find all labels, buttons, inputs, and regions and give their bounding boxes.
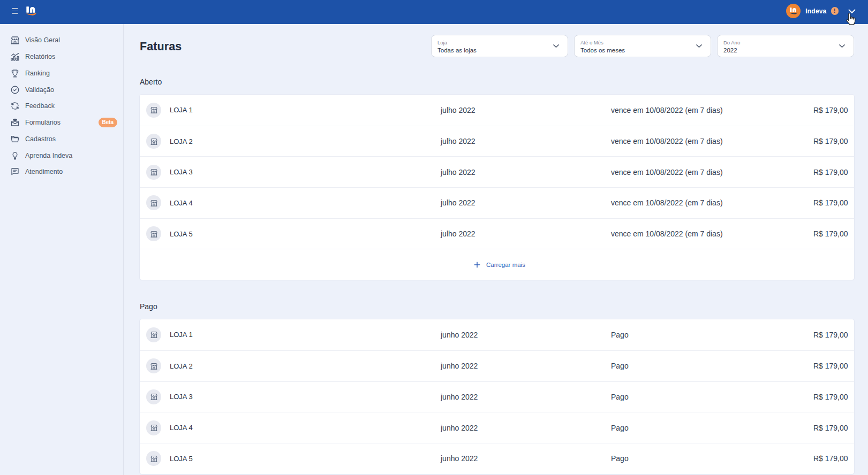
filter-select-2[interactable]: Do Ano2022 — [717, 35, 854, 57]
filter-label: Do Ano — [723, 40, 846, 45]
invoice-row[interactable]: LOJA 5junho 2022PagoR$ 179,00 — [140, 443, 854, 474]
section-title: Aberto — [140, 78, 854, 87]
page-title: Faturas — [140, 40, 182, 53]
store-name: LOJA 3 — [170, 168, 193, 176]
check-circle-icon — [10, 85, 20, 95]
form-mail-icon — [10, 117, 20, 128]
plus-icon — [473, 261, 481, 269]
store-avatar — [146, 226, 161, 241]
hamburger-menu-icon[interactable] — [12, 8, 18, 14]
invoice-row[interactable]: LOJA 5julho 2022vence em 10/08/2022 (em … — [140, 218, 854, 249]
invoice-month: junho 2022 — [441, 454, 478, 463]
sections: AbertoLOJA 1julho 2022vence em 10/08/202… — [140, 78, 854, 474]
invoice-row[interactable]: LOJA 2junho 2022PagoR$ 179,00 — [140, 350, 854, 381]
store-name: LOJA 4 — [170, 424, 193, 432]
invoice-status: Pago — [611, 331, 629, 339]
refresh-icon — [10, 101, 20, 111]
filter-value: 2022 — [723, 47, 846, 54]
sidebar-item-label: Cadastros — [25, 135, 56, 143]
invoice-amount: R$ 179,00 — [813, 168, 848, 177]
store-avatar — [146, 103, 161, 118]
sidebar-item-label: Feedback — [25, 102, 55, 110]
invoice-month: junho 2022 — [441, 393, 478, 401]
invoice-month: julho 2022 — [441, 229, 475, 238]
sidebar-item-label: Aprenda Indeva — [25, 152, 72, 159]
trophy-icon — [10, 68, 20, 79]
invoice-amount: R$ 179,00 — [813, 137, 848, 145]
invoice-status: vence em 10/08/2022 (em 7 dias) — [611, 198, 723, 207]
account-name: Indeva — [805, 7, 826, 15]
bar-chart-icon — [10, 51, 20, 62]
load-more-label: Carregar mais — [486, 262, 525, 268]
store-name: LOJA 5 — [170, 455, 193, 463]
store-name: LOJA 4 — [170, 199, 193, 207]
filter-select-0[interactable]: LojaTodas as lojas — [431, 35, 568, 57]
load-more-button[interactable]: Carregar mais — [140, 249, 854, 280]
store-name: LOJA 5 — [170, 230, 193, 238]
alert-badge[interactable]: ! — [831, 7, 839, 15]
sidebar-item-chat[interactable]: Atendimento — [0, 164, 123, 180]
sidebar: Visão GeralRelatóriosRankingValidaçãoFee… — [0, 24, 124, 475]
store-avatar — [146, 327, 161, 342]
chevron-down-icon — [552, 42, 560, 50]
filter-select-1[interactable]: Até o MêsTodos os meses — [574, 35, 711, 57]
account-menu[interactable]: Indeva ! — [786, 4, 868, 18]
sidebar-item-storefront[interactable]: Visão Geral — [0, 32, 123, 49]
storefront-icon — [10, 35, 20, 45]
invoice-amount: R$ 179,00 — [813, 106, 848, 114]
account-avatar — [786, 4, 801, 18]
avatar-logo-icon — [789, 7, 797, 14]
invoice-month: julho 2022 — [441, 106, 475, 114]
chat-icon — [10, 166, 20, 177]
invoice-amount: R$ 179,00 — [813, 362, 848, 370]
invoice-month: junho 2022 — [441, 362, 478, 370]
invoice-status: vence em 10/08/2022 (em 7 dias) — [611, 229, 723, 238]
sidebar-item-refresh[interactable]: Feedback — [0, 98, 123, 114]
invoice-row[interactable]: LOJA 1julho 2022vence em 10/08/2022 (em … — [140, 95, 854, 126]
invoice-month: julho 2022 — [441, 168, 475, 177]
store-name: LOJA 1 — [170, 106, 193, 114]
filter-value: Todos os meses — [580, 47, 703, 54]
account-chevron-down-icon[interactable] — [847, 6, 857, 16]
store-name: LOJA 2 — [170, 362, 193, 370]
sidebar-item-check-circle[interactable]: Validação — [0, 81, 123, 98]
invoice-month: julho 2022 — [441, 137, 475, 145]
invoice-card-paid: LOJA 1junho 2022PagoR$ 179,00LOJA 2junho… — [140, 319, 854, 473]
filters: LojaTodas as lojasAté o MêsTodos os mese… — [431, 35, 854, 57]
sidebar-item-label: Visão Geral — [25, 36, 60, 44]
store-avatar — [146, 134, 161, 149]
invoice-status: Pago — [611, 424, 629, 432]
indeva-logo[interactable] — [26, 6, 36, 16]
invoice-row[interactable]: LOJA 2julho 2022vence em 10/08/2022 (em … — [140, 126, 854, 157]
chevron-down-icon — [838, 42, 846, 50]
invoice-status: vence em 10/08/2022 (em 7 dias) — [611, 168, 723, 177]
sidebar-item-bar-chart[interactable]: Relatórios — [0, 49, 123, 65]
invoice-row[interactable]: LOJA 3julho 2022vence em 10/08/2022 (em … — [140, 156, 854, 187]
chevron-down-icon — [695, 42, 703, 50]
invoice-row[interactable]: LOJA 4julho 2022vence em 10/08/2022 (em … — [140, 187, 854, 218]
topbar: Indeva ! — [0, 0, 868, 24]
store-avatar — [146, 358, 161, 373]
invoice-row[interactable]: LOJA 3junho 2022PagoR$ 179,00 — [140, 381, 854, 412]
invoice-month: julho 2022 — [441, 198, 475, 207]
filter-label: Até o Mês — [580, 40, 703, 45]
sidebar-item-lightbulb[interactable]: Aprenda Indeva — [0, 147, 123, 164]
invoice-amount: R$ 179,00 — [813, 229, 848, 238]
store-avatar — [146, 420, 161, 435]
invoice-row[interactable]: LOJA 1junho 2022PagoR$ 179,00 — [140, 319, 854, 350]
store-avatar — [146, 389, 161, 404]
invoice-status: Pago — [611, 454, 629, 463]
sidebar-item-folder-open[interactable]: Cadastros — [0, 131, 123, 148]
sidebar-item-form-mail[interactable]: FormuláriosBeta — [0, 114, 123, 131]
invoice-amount: R$ 179,00 — [813, 424, 848, 432]
invoice-status: vence em 10/08/2022 (em 7 dias) — [611, 106, 723, 114]
sidebar-item-label: Atendimento — [25, 168, 63, 175]
store-name: LOJA 2 — [170, 137, 193, 145]
invoice-status: Pago — [611, 393, 629, 401]
sidebar-item-trophy[interactable]: Ranking — [0, 65, 123, 82]
invoice-row[interactable]: LOJA 4junho 2022PagoR$ 179,00 — [140, 412, 854, 443]
sidebar-item-label: Ranking — [25, 70, 50, 77]
invoice-status: Pago — [611, 362, 629, 370]
sidebar-item-label: Relatórios — [25, 53, 55, 60]
invoice-card-open: LOJA 1julho 2022vence em 10/08/2022 (em … — [140, 95, 854, 280]
